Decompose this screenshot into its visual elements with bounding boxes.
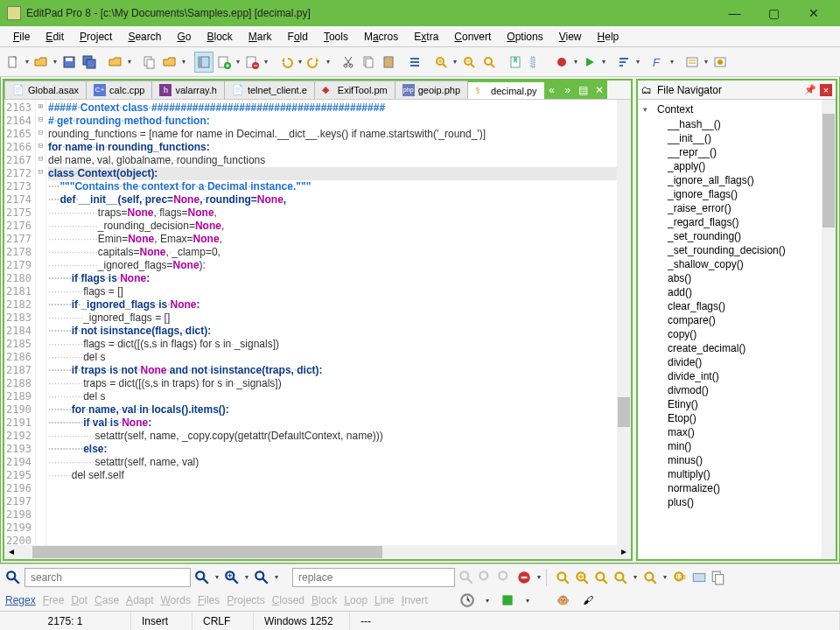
dropdown-icon[interactable]: ▾	[524, 597, 531, 605]
fold-column[interactable]: ⊞ ⊟ ⊟ ⊟ ⊟ ⊟	[36, 100, 46, 545]
nav-item[interactable]: create_decimal()	[638, 341, 836, 355]
dropdown-icon[interactable]: ▾	[273, 573, 280, 581]
navigator-tree[interactable]: ▾Context __hash__()__init__()__repr__()_…	[638, 100, 836, 559]
dropdown-icon[interactable]: ▾	[703, 58, 710, 66]
pin-icon[interactable]: 📌	[804, 84, 816, 96]
tab-exiftool-pm[interactable]: ◆ExifTool.pm	[314, 80, 396, 99]
add-icon[interactable]	[214, 52, 234, 73]
dropdown-icon[interactable]: ▾	[600, 58, 607, 66]
find-next-icon[interactable]	[224, 570, 240, 585]
search-zoom-icon[interactable]	[194, 570, 210, 585]
menu-block[interactable]: Block	[200, 28, 241, 46]
tab-valarray-h[interactable]: hvalarray.h	[151, 80, 224, 99]
tab-global-asax[interactable]: 📄Global.asax	[4, 80, 87, 99]
cut-icon[interactable]	[339, 52, 358, 73]
open-file-icon[interactable]	[32, 52, 51, 73]
option-files[interactable]: Files	[198, 594, 220, 606]
search-input[interactable]	[24, 568, 191, 587]
settings-icon[interactable]	[682, 52, 702, 73]
config-icon[interactable]	[710, 52, 730, 73]
tab-next-icon[interactable]: »	[560, 81, 576, 99]
minimize-button[interactable]: —	[715, 0, 754, 26]
nav-item[interactable]: divide()	[638, 355, 836, 369]
nav-item[interactable]: clear_flags()	[638, 299, 836, 313]
option-projects[interactable]: Projects	[227, 594, 264, 606]
code-area[interactable]: #####·Context·class·####################…	[46, 100, 617, 545]
nav-item[interactable]: divmod()	[638, 383, 836, 397]
nav-item[interactable]: min()	[638, 439, 836, 453]
remove-icon[interactable]	[242, 52, 262, 73]
zoom-out-icon[interactable]	[459, 52, 479, 73]
folder-icon[interactable]	[160, 52, 179, 73]
nav-item[interactable]: __init__()	[638, 131, 836, 145]
option-line[interactable]: Line	[374, 594, 395, 606]
save-icon[interactable]	[60, 52, 79, 73]
dropdown-icon[interactable]: ▾	[662, 573, 668, 581]
tab-prev-icon[interactable]: «	[544, 81, 560, 99]
close-icon[interactable]: ×	[820, 84, 832, 96]
nav-item[interactable]: multiply()	[638, 467, 836, 481]
option-regex[interactable]: Regex	[5, 594, 36, 606]
dropdown-icon[interactable]: ▾	[484, 597, 491, 605]
status-eol[interactable]: CRLF	[192, 612, 254, 630]
maximize-button[interactable]: ▢	[754, 0, 794, 26]
nav-item[interactable]: _shallow_copy()	[638, 257, 836, 271]
zoom-prev-icon[interactable]	[642, 570, 658, 585]
option-closed[interactable]: Closed	[272, 594, 304, 606]
tree-root[interactable]: ▾Context	[638, 102, 836, 117]
menu-options[interactable]: Options	[499, 28, 550, 46]
menu-mark[interactable]: Mark	[241, 28, 280, 46]
nav-item[interactable]: _set_rounding()	[638, 229, 836, 243]
nav-item[interactable]: max()	[638, 425, 836, 439]
paste-icon[interactable]	[379, 52, 398, 73]
nav-item[interactable]: __repr__()	[638, 145, 836, 159]
dropdown-icon[interactable]: ▾	[262, 58, 270, 66]
dropdown-icon[interactable]: ▾	[572, 58, 579, 66]
copy-clip-icon[interactable]	[359, 52, 378, 73]
copy-result-icon[interactable]	[710, 570, 726, 585]
history-icon[interactable]	[459, 592, 475, 608]
nav-item[interactable]: add()	[638, 285, 836, 299]
search-icon[interactable]	[5, 570, 21, 585]
select-col-icon[interactable]	[526, 52, 545, 73]
find-prev-icon[interactable]	[254, 570, 270, 585]
scroll-thumb[interactable]	[32, 546, 382, 558]
nav-item[interactable]: normalize()	[638, 481, 836, 495]
bookmark-icon[interactable]	[506, 52, 525, 73]
toggle-panel-icon[interactable]	[194, 52, 214, 73]
menu-fold[interactable]: Fold	[280, 28, 316, 46]
nav-item[interactable]: abs()	[638, 271, 836, 285]
copy-icon[interactable]	[140, 52, 159, 73]
dropdown-icon[interactable]: ▾	[234, 58, 242, 66]
zoom-num-icon[interactable]: 123	[672, 570, 688, 585]
replace-next-icon[interactable]	[497, 570, 513, 585]
play-macro-icon[interactable]	[580, 52, 599, 73]
nav-item[interactable]: Etop()	[638, 411, 836, 425]
nav-item[interactable]: Etiny()	[638, 397, 836, 411]
regex-builder-icon[interactable]: 🐵	[556, 592, 571, 608]
menu-edit[interactable]: Edit	[38, 28, 72, 46]
zoom-reset-icon[interactable]	[480, 52, 499, 73]
option-block[interactable]: Block	[312, 594, 337, 606]
tab-geoip-php[interactable]: phpgeoip.php	[395, 80, 468, 99]
dropdown-icon[interactable]: ▾	[297, 58, 304, 66]
menu-search[interactable]: Search	[120, 28, 169, 46]
status-mode[interactable]: Insert	[131, 612, 192, 630]
option-free[interactable]: Free	[43, 594, 65, 606]
nav-item[interactable]: _regard_flags()	[638, 215, 836, 229]
menu-extra[interactable]: Extra	[406, 28, 446, 46]
dropdown-icon[interactable]: ▾	[24, 58, 31, 66]
dropdown-icon[interactable]: ▾	[632, 573, 639, 581]
menu-convert[interactable]: Convert	[446, 28, 499, 46]
close-button[interactable]: ✕	[794, 0, 833, 26]
tab-close-icon[interactable]: ✕	[592, 81, 607, 99]
dropdown-icon[interactable]: ▾	[452, 58, 458, 66]
brush-icon[interactable]: 🖌	[580, 592, 596, 608]
dropdown-icon[interactable]: ▾	[214, 573, 220, 581]
tab-calc-cpp[interactable]: C+calc.cpp	[86, 80, 152, 99]
menu-tools[interactable]: Tools	[316, 28, 356, 46]
dropdown-icon[interactable]: ▾	[126, 58, 133, 66]
status-encoding[interactable]: Windows 1252	[254, 612, 350, 630]
zoom-refresh-icon[interactable]	[593, 570, 609, 585]
menu-project[interactable]: Project	[72, 28, 120, 46]
